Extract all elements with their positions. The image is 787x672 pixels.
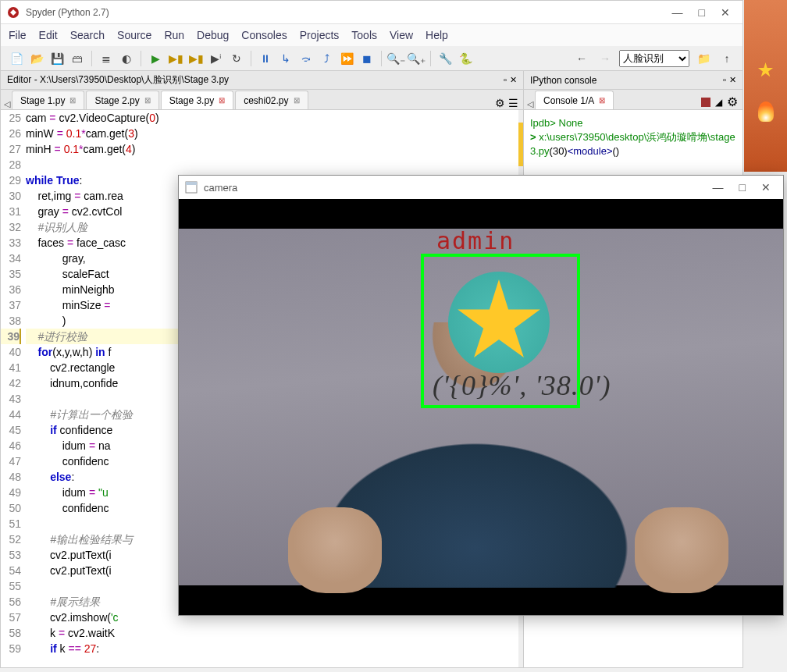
debug-into-icon[interactable]: ↳: [276, 49, 295, 68]
console-tabs: ◁ Console 1/A ⊠ ◢ ⚙: [524, 90, 742, 110]
back-icon[interactable]: ←: [572, 49, 591, 68]
menu-search[interactable]: Search: [70, 29, 105, 41]
clear-console-icon[interactable]: ◢: [715, 97, 722, 108]
menu-tools[interactable]: Tools: [351, 29, 377, 41]
new-file-icon[interactable]: 📄: [7, 49, 26, 68]
flame-icon: [758, 101, 774, 122]
editor-header: Editor - X:\Users\73950\Desktop\人脸识别\Sta…: [1, 71, 523, 90]
editor-tabs: ◁ Stage 1.py⊠Stage 2.py⊠Stage 3.py⊠ceshi…: [1, 90, 523, 110]
zoom-out-icon[interactable]: 🔍₋: [386, 49, 405, 68]
face-confidence-text: ('{0}%', '38.0'): [433, 369, 611, 402]
window-title: Spyder (Python 2.7): [26, 7, 672, 18]
editor-tab[interactable]: Stage 3.py⊠: [161, 91, 233, 109]
scroll-tabs-left-icon[interactable]: ◁: [4, 99, 10, 109]
working-dir-combo[interactable]: 人脸识别: [619, 50, 689, 67]
rerun-icon[interactable]: ↻: [227, 49, 246, 68]
console-options-icon[interactable]: ⚙: [727, 94, 738, 109]
hand-left: [288, 507, 382, 593]
menu-consoles[interactable]: Consoles: [241, 29, 287, 41]
camera-feed: admin ('{0}%', '38.0'): [179, 199, 783, 615]
minimize-button[interactable]: —: [672, 6, 683, 19]
partial-window-right: [744, 0, 787, 172]
close-button[interactable]: ✕: [721, 6, 730, 19]
face-sticker: [440, 264, 557, 381]
camera-titlebar: camera — □ ✕: [179, 176, 783, 199]
debug-continue-icon[interactable]: ⏩: [337, 49, 356, 68]
undock-console-icon[interactable]: ▫: [723, 75, 726, 85]
close-tab-icon[interactable]: ⊠: [144, 96, 151, 105]
face-label-text: admin: [436, 227, 515, 254]
menu-debug[interactable]: Debug: [197, 29, 229, 41]
preferences-icon[interactable]: 🔧: [436, 49, 454, 68]
editor-tab[interactable]: ceshi02.py⊠: [235, 91, 308, 109]
menu-edit[interactable]: Edit: [39, 29, 58, 41]
change-marker: [518, 123, 523, 166]
camera-close-button[interactable]: ✕: [761, 181, 771, 194]
editor-path: Editor - X:\Users\73950\Desktop\人脸识别\Sta…: [7, 73, 504, 87]
python-path-icon[interactable]: 🐍: [456, 49, 475, 68]
editor-tab[interactable]: Stage 2.py⊠: [86, 91, 158, 109]
close-console-tab-icon[interactable]: ⊠: [599, 96, 605, 105]
save-icon[interactable]: 💾: [48, 49, 66, 68]
run-icon[interactable]: ▶: [146, 49, 165, 68]
run-cell-advance-icon[interactable]: ▶▮: [187, 49, 205, 68]
close-tab-icon[interactable]: ⊠: [219, 96, 225, 105]
debug-stop-icon[interactable]: ◼: [358, 49, 376, 68]
toolbar: 📄 📂 💾 🗃 ≣ ◐ ▶ ▶▮ ▶▮ ▶ⁱ ↻ ⏸ ↳ ⤼ ⤴ ⏩ ◼ 🔍₋ …: [1, 46, 742, 71]
close-tab-icon[interactable]: ⊠: [294, 96, 300, 105]
titlebar: Spyder (Python 2.7) — □ ✕: [1, 1, 742, 24]
menu-file[interactable]: File: [9, 29, 27, 41]
save-all-icon[interactable]: 🗃: [68, 49, 87, 68]
star-icon: [758, 62, 774, 78]
menu-view[interactable]: View: [390, 29, 413, 41]
outline-icon[interactable]: ◐: [117, 49, 136, 68]
open-folder-icon[interactable]: 📂: [27, 49, 46, 68]
editor-tab[interactable]: Stage 1.py⊠: [12, 91, 84, 109]
debug-step-icon[interactable]: ⏸: [256, 49, 275, 68]
camera-window: camera — □ ✕ admin ('{0}%', '38.0'): [178, 175, 784, 616]
zoom-in-icon[interactable]: 🔍₊: [407, 49, 426, 68]
hand-right: [635, 507, 728, 593]
close-console-icon[interactable]: ✕: [729, 75, 736, 85]
up-folder-icon[interactable]: ↑: [718, 49, 736, 68]
tab-options-icon[interactable]: ⚙: [495, 97, 505, 109]
close-tab-icon[interactable]: ⊠: [69, 96, 76, 105]
run-cell-icon[interactable]: ▶▮: [166, 49, 185, 68]
camera-minimize-button[interactable]: —: [713, 181, 724, 194]
svg-rect-2: [186, 182, 197, 185]
menu-help[interactable]: Help: [426, 29, 448, 41]
undock-icon[interactable]: ▫: [504, 75, 507, 85]
spyder-icon: [7, 6, 20, 19]
run-selection-icon[interactable]: ▶ⁱ: [207, 49, 226, 68]
debug-out-icon[interactable]: ⤴: [317, 49, 336, 68]
menu-projects[interactable]: Projects: [300, 29, 340, 41]
camera-window-title: camera: [204, 182, 713, 194]
list-icon[interactable]: ≣: [97, 49, 116, 68]
cartoon-star-icon: [456, 279, 542, 365]
camera-maximize-button[interactable]: □: [739, 181, 746, 194]
camera-window-icon: [185, 181, 198, 194]
debug-over-icon[interactable]: ⤼: [297, 49, 315, 68]
forward-icon[interactable]: →: [596, 49, 614, 68]
console-header: IPython console ▫ ✕: [524, 71, 742, 90]
tab-list-icon[interactable]: ☰: [508, 97, 518, 109]
close-pane-icon[interactable]: ✕: [510, 75, 517, 85]
line-gutter: 2526272829303132333435363738394041424344…: [1, 110, 26, 667]
scroll-console-left-icon[interactable]: ◁: [527, 99, 533, 109]
menu-run[interactable]: Run: [164, 29, 184, 41]
menu-source[interactable]: Source: [117, 29, 151, 41]
menubar: File Edit Search Source Run Debug Consol…: [1, 24, 742, 46]
console-tab-1[interactable]: Console 1/A ⊠: [535, 91, 614, 109]
browse-folder-icon[interactable]: 📁: [694, 49, 713, 68]
kernel-stop-icon[interactable]: [701, 98, 710, 107]
maximize-button[interactable]: □: [699, 6, 705, 19]
